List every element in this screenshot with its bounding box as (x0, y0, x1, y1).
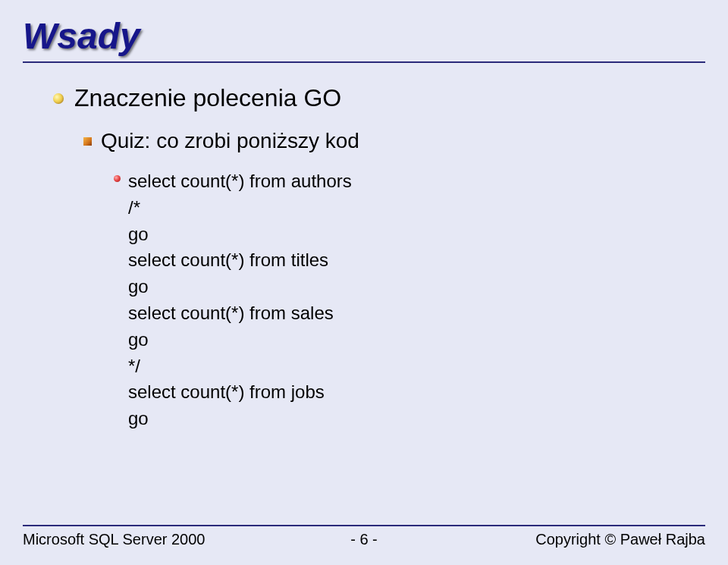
slide-title: Wsady (23, 15, 705, 57)
disc-bullet-icon (53, 93, 64, 104)
slide: Wsady Znaczenie polecenia GO Quiz: co zr… (0, 0, 728, 565)
slide-footer: Microsoft SQL Server 2000 - 6 - Copyrigh… (23, 525, 705, 548)
bullet-level2: Quiz: co zrobi poniższy kod (53, 129, 705, 153)
square-bullet-icon (83, 137, 92, 146)
dot-bullet-icon (114, 175, 121, 182)
bullet-level1: Znaczenie polecenia GO (53, 84, 705, 112)
title-divider (23, 61, 705, 63)
level1-text: Znaczenie polecenia GO (74, 84, 341, 112)
footer-left: Microsoft SQL Server 2000 (23, 531, 205, 548)
code-block: select count(*) from authors /* go selec… (53, 168, 705, 432)
footer-right: Copyright © Paweł Rajba (535, 531, 705, 548)
level2-text: Quiz: co zrobi poniższy kod (101, 129, 359, 153)
slide-content: Znaczenie polecenia GO Quiz: co zrobi po… (23, 84, 705, 432)
code-text: select count(*) from authors /* go selec… (128, 168, 352, 432)
code-row: select count(*) from authors /* go selec… (114, 168, 705, 432)
